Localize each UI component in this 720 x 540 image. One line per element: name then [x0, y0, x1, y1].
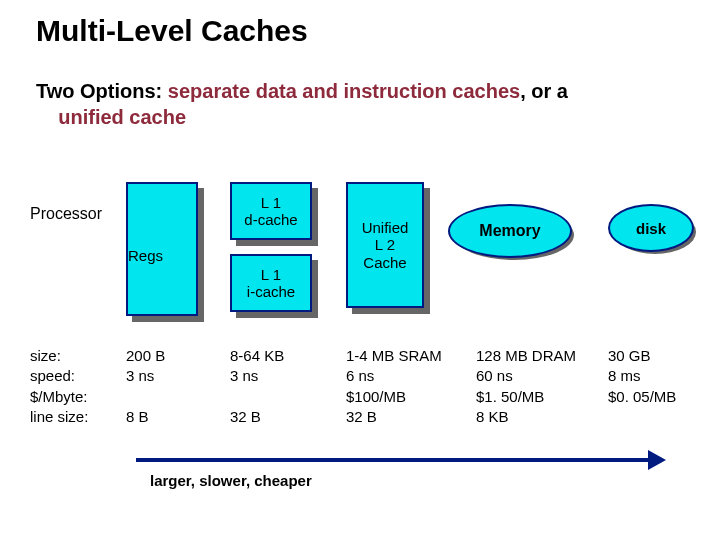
l1-line: 32 B: [230, 407, 330, 427]
subtitle-text-2: , or a: [520, 80, 568, 102]
col-regs: 200 B 3 ns 8 B: [126, 346, 226, 427]
l1-dcache-box: L 1 d-cache: [230, 182, 312, 240]
subtitle-text: Two Options:: [36, 80, 168, 102]
l1-speed: 3 ns: [230, 366, 330, 386]
arrow-line: [136, 458, 656, 462]
disk-label: disk: [636, 220, 666, 237]
disk-ellipse: disk: [608, 204, 694, 252]
disk-speed: 8 ms: [608, 366, 708, 386]
slide-subtitle: Two Options: separate data and instructi…: [36, 78, 676, 130]
l2-cost: $100/MB: [346, 387, 476, 407]
mem-speed: 60 ns: [476, 366, 606, 386]
col-disk: 30 GB 8 ms $0. 05/MB: [608, 346, 708, 427]
disk-line: [608, 407, 708, 427]
l2-cache-box: Unified L 2 Cache: [346, 182, 424, 308]
disk-size: 30 GB: [608, 346, 708, 366]
row-size: size:: [30, 346, 120, 366]
mem-size: 128 MB DRAM: [476, 346, 606, 366]
l2-speed: 6 ns: [346, 366, 476, 386]
arrow-right-icon: [648, 450, 666, 470]
mem-cost: $1. 50/MB: [476, 387, 606, 407]
l2-label: Unified L 2 Cache: [362, 219, 409, 271]
subtitle-indent: [36, 106, 58, 128]
col-l2: 1-4 MB SRAM 6 ns $100/MB 32 B: [346, 346, 476, 427]
regs-box: Regs: [126, 182, 198, 316]
disk-cost: $0. 05/MB: [608, 387, 708, 407]
l1i-label: L 1 i-cache: [247, 266, 295, 301]
regs-cost: [126, 387, 226, 407]
processor-label: Processor: [30, 205, 102, 223]
l1-size: 8-64 KB: [230, 346, 330, 366]
subtitle-highlight-2: unified cache: [58, 106, 186, 128]
metric-row-labels: size: speed: $/Mbyte: line size:: [30, 346, 120, 427]
arrow-caption: larger, slower, cheaper: [150, 472, 312, 489]
row-cost: $/Mbyte:: [30, 387, 120, 407]
col-memory: 128 MB DRAM 60 ns $1. 50/MB 8 KB: [476, 346, 606, 427]
trend-arrow: [136, 450, 666, 470]
regs-speed: 3 ns: [126, 366, 226, 386]
memory-ellipse: Memory: [448, 204, 572, 258]
row-speed: speed:: [30, 366, 120, 386]
col-l1: 8-64 KB 3 ns 32 B: [230, 346, 330, 427]
memory-label: Memory: [479, 222, 540, 240]
regs-size: 200 B: [126, 346, 226, 366]
l1-cost: [230, 387, 330, 407]
mem-line: 8 KB: [476, 407, 606, 427]
regs-line: 8 B: [126, 407, 226, 427]
slide-title: Multi-Level Caches: [36, 14, 308, 48]
regs-box-label: Regs: [128, 247, 163, 264]
l1d-label: L 1 d-cache: [244, 194, 297, 229]
l2-size: 1-4 MB SRAM: [346, 346, 476, 366]
l2-line: 32 B: [346, 407, 476, 427]
l1-icache-box: L 1 i-cache: [230, 254, 312, 312]
row-line: line size:: [30, 407, 120, 427]
subtitle-highlight-1: separate data and instruction caches: [168, 80, 520, 102]
